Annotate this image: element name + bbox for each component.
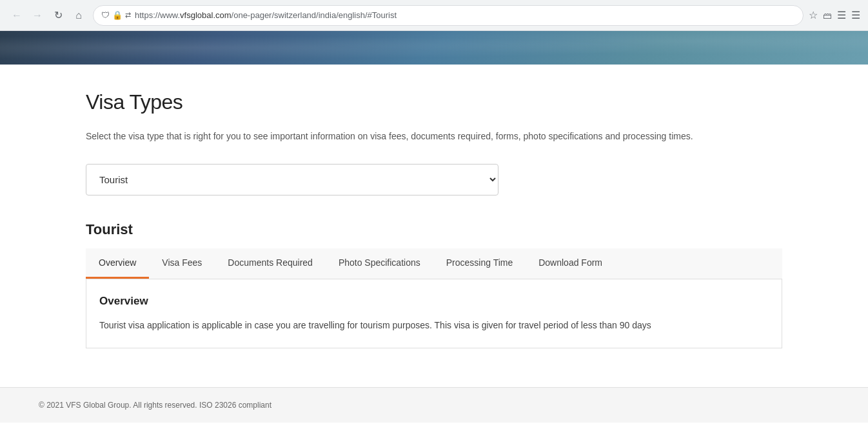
library-icon[interactable]: ☰ [837,9,846,21]
page-title: Visa Types [86,90,782,114]
shield-icon: 🛡 [101,10,110,20]
security-icons: 🛡 🔒 ⇄ [101,10,131,20]
reload-button[interactable]: ↻ [49,6,67,25]
overview-text: Tourist visa application is applicable i… [99,318,769,332]
forward-button[interactable]: → [28,6,46,25]
pocket-icon[interactable]: 🗃 [823,10,832,21]
hero-image-strip [0,31,868,65]
url-prefix: https://www. [135,10,180,20]
address-bar[interactable]: 🛡 🔒 ⇄ https://www.vfsglobal.com/one-page… [93,5,804,26]
tab-overview[interactable]: Overview [86,248,149,279]
tab-documents-required[interactable]: Documents Required [215,248,326,279]
visa-type-dropdown[interactable]: Tourist Business Student Transit Family … [86,164,498,195]
tabs-container: Overview Visa Fees Documents Required Ph… [86,248,782,279]
tab-download-form[interactable]: Download Form [526,248,615,279]
url-display: https://www.vfsglobal.com/one-pager/swit… [135,10,397,20]
menu-icon[interactable]: ☰ [851,9,860,21]
bookmark-star-icon[interactable]: ☆ [809,9,818,21]
section-title: Tourist [86,221,782,238]
page-subtitle: Select the visa type that is right for y… [86,130,782,143]
url-domain: vfsglobal.com [180,10,231,20]
tab-processing-time[interactable]: Processing Time [433,248,526,279]
tab-photo-specifications[interactable]: Photo Specifications [326,248,433,279]
tab-visa-fees[interactable]: Visa Fees [149,248,215,279]
nav-buttons: ← → ↻ ⌂ [8,6,88,25]
url-path: /one-pager/switzerland/india/english/#To… [232,10,397,20]
lock-icon: 🔒 [112,10,123,20]
footer-copyright: © 2021 VFS Global Group. All rights rese… [39,401,829,410]
footer: © 2021 VFS Global Group. All rights rese… [0,387,868,423]
browser-chrome: ← → ↻ ⌂ 🛡 🔒 ⇄ https://www.vfsglobal.com/… [0,0,868,31]
browser-right-icons: ☆ 🗃 ☰ ☰ [809,9,860,21]
home-button[interactable]: ⌂ [70,6,88,25]
connection-icon: ⇄ [125,11,131,19]
tab-content-area: Overview Tourist visa application is app… [86,279,782,348]
main-content: Visa Types Select the visa type that is … [47,65,821,387]
back-button[interactable]: ← [8,6,26,25]
overview-heading: Overview [99,295,769,308]
